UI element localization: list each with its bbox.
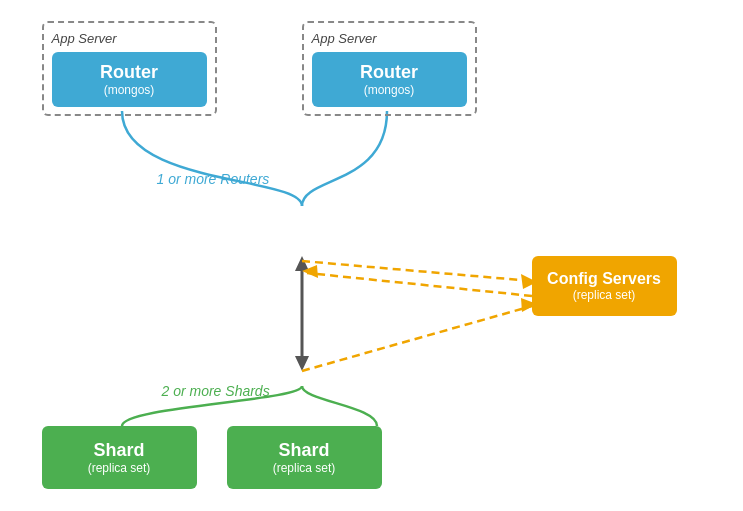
router-box-2: Router (mongos) — [312, 52, 467, 107]
routers-label: 1 or more Routers — [157, 171, 270, 187]
app-server-box-2: App Server Router (mongos) — [302, 21, 477, 116]
router-1-sub: (mongos) — [60, 83, 199, 97]
router-2-sub: (mongos) — [320, 83, 459, 97]
svg-line-5 — [307, 273, 532, 296]
architecture-diagram: App Server Router (mongos) App Server Ro… — [22, 11, 722, 501]
config-servers-box: Config Servers (replica set) — [532, 256, 677, 316]
router-2-main: Router — [320, 62, 459, 83]
app-server-box-1: App Server Router (mongos) — [42, 21, 217, 116]
router-box-1: Router (mongos) — [52, 52, 207, 107]
svg-marker-6 — [302, 265, 318, 278]
shards-label: 2 or more Shards — [162, 383, 270, 399]
shard-box-1: Shard (replica set) — [42, 426, 197, 489]
shard-1-main: Shard — [54, 440, 185, 461]
svg-marker-2 — [295, 356, 309, 371]
shard-2-sub: (replica set) — [239, 461, 370, 475]
config-sub: (replica set) — [544, 288, 665, 302]
shard-box-2: Shard (replica set) — [227, 426, 382, 489]
svg-line-7 — [302, 306, 532, 371]
config-main: Config Servers — [544, 270, 665, 288]
app-server-1-label: App Server — [52, 31, 207, 46]
svg-line-3 — [302, 261, 532, 281]
router-1-main: Router — [60, 62, 199, 83]
shard-1-sub: (replica set) — [54, 461, 185, 475]
svg-marker-1 — [295, 256, 309, 271]
shard-2-main: Shard — [239, 440, 370, 461]
app-server-2-label: App Server — [312, 31, 467, 46]
